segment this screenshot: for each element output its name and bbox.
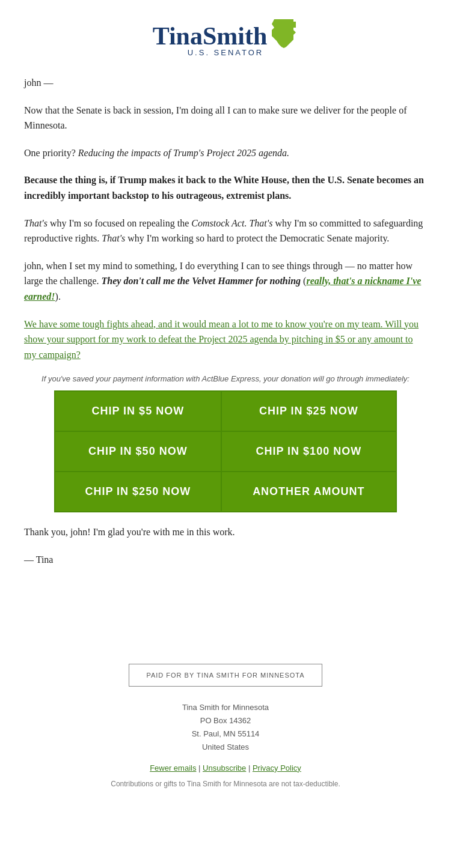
donation-grid: CHIP IN $5 NOW CHIP IN $25 NOW CHIP IN $… <box>54 390 397 512</box>
mn-state-icon <box>269 18 298 49</box>
footer-city-state: St. Paul, MN 55114 <box>24 727 427 741</box>
paid-for-box: PAID FOR BY TINA SMITH FOR MINNESOTA <box>129 664 322 687</box>
thank-you-paragraph: Thank you, john! I'm glad you're with me… <box>24 524 427 540</box>
email-header: Tina Smith U.S. SENATOR <box>0 0 451 69</box>
paragraph-3-text: Because the thing is, if Trump makes it … <box>24 175 424 201</box>
paragraph-1-text: Now that the Senate is back in session, … <box>24 105 407 131</box>
footer-address: Tina Smith for Minnesota PO Box 14362 St… <box>24 701 427 754</box>
logo-smith: Smith <box>203 22 267 50</box>
email-footer: PAID FOR BY TINA SMITH FOR MINNESOTA Tin… <box>0 616 451 800</box>
footer-sep-1: | <box>196 763 203 772</box>
para4-that3: That's <box>102 233 125 243</box>
unsubscribe-link[interactable]: Unsubscribe <box>203 763 246 772</box>
footer-po-box: PO Box 14362 <box>24 714 427 727</box>
chip-50-button[interactable]: CHIP IN $50 NOW <box>55 431 221 472</box>
greeting-paragraph: john — <box>24 75 427 91</box>
donation-row-1: CHIP IN $5 NOW CHIP IN $25 NOW <box>55 391 396 431</box>
paragraph-4: That's why I'm so focused on repealing t… <box>24 216 427 246</box>
para4-text6: why I'm working so hard to protect the D… <box>125 233 389 243</box>
thank-you-text: Thank you, john! I'm glad you're with me… <box>24 527 235 537</box>
email-wrapper: Tina Smith U.S. SENATOR john — Now that … <box>0 0 451 800</box>
footer-sep-2: | <box>246 763 253 772</box>
paragraph-5: john, when I set my mind to something, I… <box>24 258 427 305</box>
footer-links: Fewer emails | Unsubscribe | Privacy Pol… <box>24 763 427 772</box>
cta-link-text[interactable]: We have some tough fights ahead, and it … <box>24 319 419 360</box>
chip-25-button[interactable]: CHIP IN $25 NOW <box>221 391 396 431</box>
actblue-note: If you've saved your payment information… <box>24 374 427 383</box>
logo-tina: Tina <box>153 22 203 50</box>
email-body: john — Now that the Senate is back in se… <box>0 69 451 592</box>
chip-100-button[interactable]: CHIP IN $100 NOW <box>221 431 396 472</box>
paragraph-1: Now that the Senate is back in session, … <box>24 103 427 133</box>
signature-paragraph: — Tina <box>24 552 427 568</box>
paid-for-text: PAID FOR BY TINA SMITH FOR MINNESOTA <box>146 672 304 679</box>
signature-text: — Tina <box>24 554 53 565</box>
para5-paren-open: ( <box>301 276 306 286</box>
greeting-text: john — <box>24 77 53 88</box>
para4-text2: why I'm so focused on repealing the <box>48 218 191 228</box>
chip-5-button[interactable]: CHIP IN $5 NOW <box>55 391 221 431</box>
footer-country: United States <box>24 741 427 754</box>
cta-paragraph: We have some tough fights ahead, and it … <box>24 317 427 363</box>
footer-org-name: Tina Smith for Minnesota <box>24 701 427 714</box>
fewer-emails-link[interactable]: Fewer emails <box>150 763 196 772</box>
donation-row-2: CHIP IN $50 NOW CHIP IN $100 NOW <box>55 431 396 472</box>
para5-velvet-hammer: They don't call me the Velvet Hammer for… <box>102 276 301 286</box>
para4-comstock: Comstock Act. That's <box>191 218 272 228</box>
logo-container: Tina Smith U.S. SENATOR <box>12 18 439 57</box>
another-amount-button[interactable]: ANOTHER AMOUNT <box>221 472 396 512</box>
footer-disclaimer: Contributions or gifts to Tina Smith for… <box>24 780 427 788</box>
para5-paren-close: ). <box>55 291 61 302</box>
para4-that1: That's <box>24 218 48 228</box>
privacy-policy-link[interactable]: Privacy Policy <box>253 763 301 772</box>
paragraph-2: One priority? Reducing the impacts of Tr… <box>24 145 427 161</box>
paragraph-3: Because the thing is, if Trump makes it … <box>24 172 427 203</box>
donation-row-3: CHIP IN $250 NOW ANOTHER AMOUNT <box>55 472 396 512</box>
chip-250-button[interactable]: CHIP IN $250 NOW <box>55 472 221 512</box>
paragraph-2-italic: Reducing the impacts of Trump's Project … <box>78 148 289 158</box>
paragraph-2-prefix: One priority? <box>24 148 78 158</box>
